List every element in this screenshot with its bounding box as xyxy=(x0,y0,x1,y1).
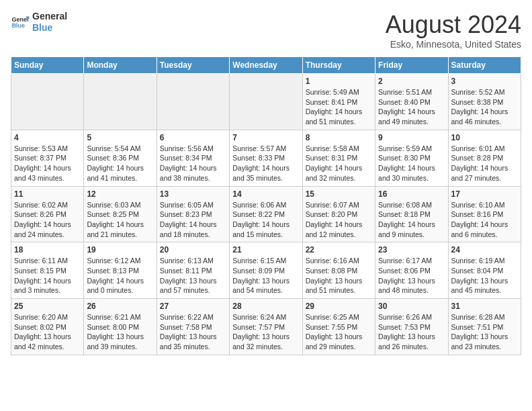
day-info: Sunrise: 5:51 AM Sunset: 8:40 PM Dayligh… xyxy=(378,87,445,127)
day-info: Sunrise: 5:54 AM Sunset: 8:36 PM Dayligh… xyxy=(87,144,153,183)
day-number: 10 xyxy=(451,133,518,142)
calendar-day-cell: 14Sunrise: 6:06 AM Sunset: 8:22 PM Dayli… xyxy=(230,186,302,242)
day-number: 16 xyxy=(378,189,445,199)
calendar-day-cell: 10Sunrise: 6:01 AM Sunset: 8:28 PM Dayli… xyxy=(448,130,521,186)
day-info: Sunrise: 5:49 AM Sunset: 8:41 PM Dayligh… xyxy=(306,87,372,127)
day-number: 25 xyxy=(14,302,81,311)
day-info: Sunrise: 6:10 AM Sunset: 8:16 PM Dayligh… xyxy=(451,200,518,240)
day-info: Sunrise: 6:01 AM Sunset: 8:28 PM Dayligh… xyxy=(451,144,518,183)
calendar-day-cell: 4Sunrise: 5:53 AM Sunset: 8:37 PM Daylig… xyxy=(11,130,84,186)
weekday-header-cell: Tuesday xyxy=(157,57,229,74)
calendar-day-cell: 20Sunrise: 6:13 AM Sunset: 8:11 PM Dayli… xyxy=(157,242,229,299)
day-number: 18 xyxy=(14,245,81,255)
day-number: 8 xyxy=(306,133,372,142)
logo-line2: Blue xyxy=(32,22,67,34)
calendar-day-cell: 29Sunrise: 6:25 AM Sunset: 7:55 PM Dayli… xyxy=(302,299,375,355)
weekday-header-cell: Monday xyxy=(84,57,157,74)
calendar-day-cell: 11Sunrise: 6:02 AM Sunset: 8:26 PM Dayli… xyxy=(11,186,84,242)
day-number: 24 xyxy=(451,245,518,255)
calendar-week-row: 11Sunrise: 6:02 AM Sunset: 8:26 PM Dayli… xyxy=(11,186,521,242)
calendar-week-row: 4Sunrise: 5:53 AM Sunset: 8:37 PM Daylig… xyxy=(11,130,521,186)
calendar-day-cell: 8Sunrise: 5:58 AM Sunset: 8:31 PM Daylig… xyxy=(302,130,375,186)
day-info: Sunrise: 6:08 AM Sunset: 8:18 PM Dayligh… xyxy=(378,200,445,240)
day-info: Sunrise: 5:53 AM Sunset: 8:37 PM Dayligh… xyxy=(14,144,81,183)
calendar-day-cell xyxy=(230,74,302,130)
calendar-body: 1Sunrise: 5:49 AM Sunset: 8:41 PM Daylig… xyxy=(11,74,521,355)
month-title: August 2024 xyxy=(386,11,521,39)
calendar-week-row: 1Sunrise: 5:49 AM Sunset: 8:41 PM Daylig… xyxy=(11,74,521,130)
day-info: Sunrise: 6:07 AM Sunset: 8:20 PM Dayligh… xyxy=(306,200,372,240)
day-number: 30 xyxy=(378,302,445,311)
calendar-day-cell: 19Sunrise: 6:12 AM Sunset: 8:13 PM Dayli… xyxy=(84,242,157,299)
calendar-day-cell: 13Sunrise: 6:05 AM Sunset: 8:23 PM Dayli… xyxy=(157,186,229,242)
day-info: Sunrise: 6:02 AM Sunset: 8:26 PM Dayligh… xyxy=(14,200,81,240)
header: General Blue General Blue August 2024 Es… xyxy=(11,11,521,50)
weekday-header-cell: Sunday xyxy=(11,57,84,74)
calendar-day-cell: 7Sunrise: 5:57 AM Sunset: 8:33 PM Daylig… xyxy=(230,130,302,186)
day-number: 22 xyxy=(306,245,372,255)
day-number: 13 xyxy=(160,189,226,199)
calendar-day-cell: 1Sunrise: 5:49 AM Sunset: 8:41 PM Daylig… xyxy=(302,74,375,130)
calendar-day-cell: 5Sunrise: 5:54 AM Sunset: 8:36 PM Daylig… xyxy=(84,130,157,186)
day-info: Sunrise: 6:22 AM Sunset: 7:58 PM Dayligh… xyxy=(160,312,226,352)
day-number: 2 xyxy=(378,77,445,86)
day-number: 1 xyxy=(306,77,372,86)
calendar-day-cell: 26Sunrise: 6:21 AM Sunset: 8:00 PM Dayli… xyxy=(84,299,157,355)
day-number: 7 xyxy=(232,133,299,142)
calendar: SundayMondayTuesdayWednesdayThursdayFrid… xyxy=(11,56,521,355)
day-info: Sunrise: 6:11 AM Sunset: 8:15 PM Dayligh… xyxy=(14,256,81,295)
calendar-day-cell xyxy=(11,74,84,130)
day-info: Sunrise: 5:52 AM Sunset: 8:38 PM Dayligh… xyxy=(451,87,518,127)
logo-icon: General Blue xyxy=(11,13,30,32)
calendar-day-cell: 16Sunrise: 6:08 AM Sunset: 8:18 PM Dayli… xyxy=(375,186,448,242)
day-info: Sunrise: 6:28 AM Sunset: 7:51 PM Dayligh… xyxy=(451,312,518,352)
calendar-day-cell: 9Sunrise: 5:59 AM Sunset: 8:30 PM Daylig… xyxy=(375,130,448,186)
weekday-header-row: SundayMondayTuesdayWednesdayThursdayFrid… xyxy=(11,57,521,74)
day-info: Sunrise: 6:13 AM Sunset: 8:11 PM Dayligh… xyxy=(160,256,226,295)
calendar-week-row: 18Sunrise: 6:11 AM Sunset: 8:15 PM Dayli… xyxy=(11,242,521,299)
day-number: 27 xyxy=(160,302,226,311)
calendar-day-cell xyxy=(157,74,229,130)
day-number: 26 xyxy=(87,302,153,311)
day-number: 31 xyxy=(451,302,518,311)
day-number: 6 xyxy=(160,133,226,142)
calendar-day-cell: 27Sunrise: 6:22 AM Sunset: 7:58 PM Dayli… xyxy=(157,299,229,355)
day-info: Sunrise: 6:05 AM Sunset: 8:23 PM Dayligh… xyxy=(160,200,226,240)
day-number: 23 xyxy=(378,245,445,255)
weekday-header-cell: Thursday xyxy=(302,57,375,74)
day-info: Sunrise: 6:19 AM Sunset: 8:04 PM Dayligh… xyxy=(451,256,518,295)
day-number: 9 xyxy=(378,133,445,142)
day-info: Sunrise: 6:17 AM Sunset: 8:06 PM Dayligh… xyxy=(378,256,445,295)
day-info: Sunrise: 6:15 AM Sunset: 8:09 PM Dayligh… xyxy=(232,256,299,295)
day-info: Sunrise: 6:03 AM Sunset: 8:25 PM Dayligh… xyxy=(87,200,153,240)
day-number: 29 xyxy=(306,302,372,311)
calendar-day-cell: 23Sunrise: 6:17 AM Sunset: 8:06 PM Dayli… xyxy=(375,242,448,299)
calendar-day-cell: 6Sunrise: 5:56 AM Sunset: 8:34 PM Daylig… xyxy=(157,130,229,186)
weekday-header-cell: Friday xyxy=(375,57,448,74)
day-number: 20 xyxy=(160,245,226,255)
calendar-day-cell: 15Sunrise: 6:07 AM Sunset: 8:20 PM Dayli… xyxy=(302,186,375,242)
calendar-day-cell xyxy=(84,74,157,130)
day-number: 5 xyxy=(87,133,153,142)
day-info: Sunrise: 6:20 AM Sunset: 8:02 PM Dayligh… xyxy=(14,312,81,352)
calendar-day-cell: 25Sunrise: 6:20 AM Sunset: 8:02 PM Dayli… xyxy=(11,299,84,355)
day-info: Sunrise: 6:21 AM Sunset: 8:00 PM Dayligh… xyxy=(87,312,153,352)
day-info: Sunrise: 5:57 AM Sunset: 8:33 PM Dayligh… xyxy=(232,144,299,183)
calendar-day-cell: 17Sunrise: 6:10 AM Sunset: 8:16 PM Dayli… xyxy=(448,186,521,242)
calendar-day-cell: 21Sunrise: 6:15 AM Sunset: 8:09 PM Dayli… xyxy=(230,242,302,299)
calendar-day-cell: 24Sunrise: 6:19 AM Sunset: 8:04 PM Dayli… xyxy=(448,242,521,299)
day-info: Sunrise: 6:26 AM Sunset: 7:53 PM Dayligh… xyxy=(378,312,445,352)
calendar-day-cell: 28Sunrise: 6:24 AM Sunset: 7:57 PM Dayli… xyxy=(230,299,302,355)
location: Esko, Minnesota, United States xyxy=(386,39,521,50)
weekday-header-cell: Saturday xyxy=(448,57,521,74)
logo: General Blue General Blue xyxy=(11,11,67,34)
title-block: August 2024 Esko, Minnesota, United Stat… xyxy=(386,11,521,50)
day-number: 19 xyxy=(87,245,153,255)
day-info: Sunrise: 6:12 AM Sunset: 8:13 PM Dayligh… xyxy=(87,256,153,295)
day-number: 21 xyxy=(232,245,299,255)
day-number: 11 xyxy=(14,189,81,199)
day-info: Sunrise: 5:58 AM Sunset: 8:31 PM Dayligh… xyxy=(306,144,372,183)
day-info: Sunrise: 6:24 AM Sunset: 7:57 PM Dayligh… xyxy=(232,312,299,352)
day-number: 17 xyxy=(451,189,518,199)
calendar-day-cell: 3Sunrise: 5:52 AM Sunset: 8:38 PM Daylig… xyxy=(448,74,521,130)
